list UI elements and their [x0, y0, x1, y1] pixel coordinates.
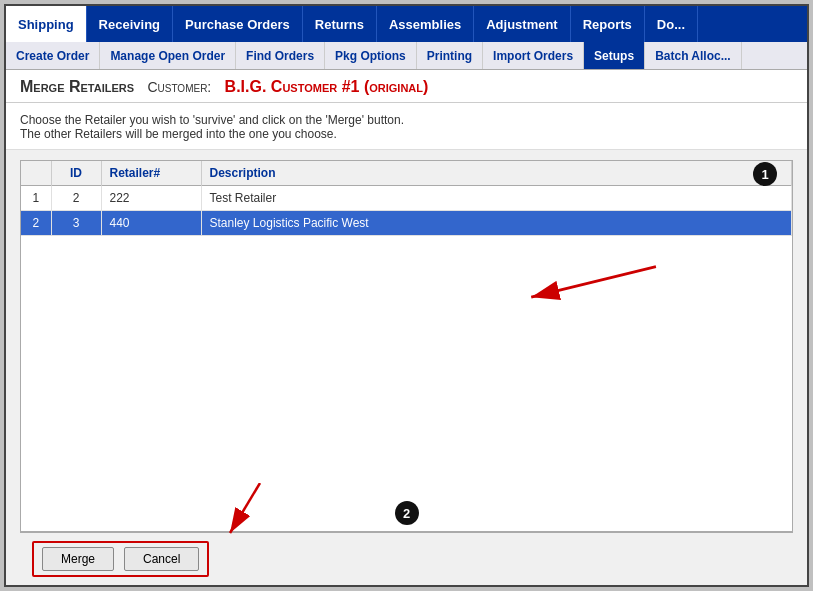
customer-prefix-label: Customer: [147, 79, 211, 95]
page-title: Merge Retailers Customer: B.I.G. Custome… [20, 78, 428, 95]
outer-frame: Shipping Receiving Purchase Orders Retur… [0, 0, 813, 591]
nav-shipping[interactable]: Shipping [6, 6, 87, 42]
annotation-circle-1: 1 [753, 162, 777, 186]
nav-receiving[interactable]: Receiving [87, 6, 173, 42]
cell-retailer-num: 440 [101, 211, 201, 236]
page-content: Merge Retailers Customer: B.I.G. Custome… [6, 70, 807, 585]
main-area: 1 ID Retailer# Description [6, 150, 807, 585]
subnav-import-orders[interactable]: Import Orders [483, 42, 584, 69]
bottom-action-bar: Merge Cancel [20, 532, 793, 585]
application-window: Shipping Receiving Purchase Orders Retur… [4, 4, 809, 587]
col-id: ID [51, 161, 101, 186]
cell-row-num: 1 [21, 186, 51, 211]
col-retailer-num: Retailer# [101, 161, 201, 186]
merge-button[interactable]: Merge [42, 547, 114, 571]
retailer-table-container: ID Retailer# Description 1 2 222 Test Re… [20, 160, 793, 532]
top-navigation: Shipping Receiving Purchase Orders Retur… [6, 6, 807, 42]
nav-reports[interactable]: Reports [571, 6, 645, 42]
nav-doc[interactable]: Do... [645, 6, 698, 42]
subnav-printing[interactable]: Printing [417, 42, 483, 69]
cell-id: 3 [51, 211, 101, 236]
page-title-bar: Merge Retailers Customer: B.I.G. Custome… [6, 70, 807, 103]
table-row[interactable]: 1 2 222 Test Retailer [21, 186, 792, 211]
cell-description: Test Retailer [201, 186, 792, 211]
cell-row-num: 2 [21, 211, 51, 236]
customer-name: B.I.G. Customer #1 (original) [225, 78, 429, 95]
col-description: Description [201, 161, 792, 186]
subnav-pkg-options[interactable]: Pkg Options [325, 42, 417, 69]
subnav-manage-open-order[interactable]: Manage Open Order [100, 42, 236, 69]
instructions-text: Choose the Retailer you wish to 'survive… [6, 103, 807, 150]
retailer-table: ID Retailer# Description 1 2 222 Test Re… [21, 161, 792, 236]
cancel-button[interactable]: Cancel [124, 547, 199, 571]
nav-purchase-orders[interactable]: Purchase Orders [173, 6, 303, 42]
cell-id: 2 [51, 186, 101, 211]
subnav-batch-alloc[interactable]: Batch Alloc... [645, 42, 742, 69]
nav-returns[interactable]: Returns [303, 6, 377, 42]
nav-assemblies[interactable]: Assemblies [377, 6, 474, 42]
table-row[interactable]: 2 3 440 Stanley Logistics Pacific West [21, 211, 792, 236]
cell-retailer-num: 222 [101, 186, 201, 211]
cell-description: Stanley Logistics Pacific West [201, 211, 792, 236]
subnav-create-order[interactable]: Create Order [6, 42, 100, 69]
subnav-find-orders[interactable]: Find Orders [236, 42, 325, 69]
subnav-setups[interactable]: Setups [584, 42, 645, 69]
svg-line-1 [531, 267, 656, 298]
button-group-highlight: Merge Cancel [32, 541, 209, 577]
nav-adjustment[interactable]: Adjustment [474, 6, 571, 42]
col-row-num [21, 161, 51, 186]
annotation-circle-2: 2 [395, 501, 419, 525]
sub-navigation: Create Order Manage Open Order Find Orde… [6, 42, 807, 70]
